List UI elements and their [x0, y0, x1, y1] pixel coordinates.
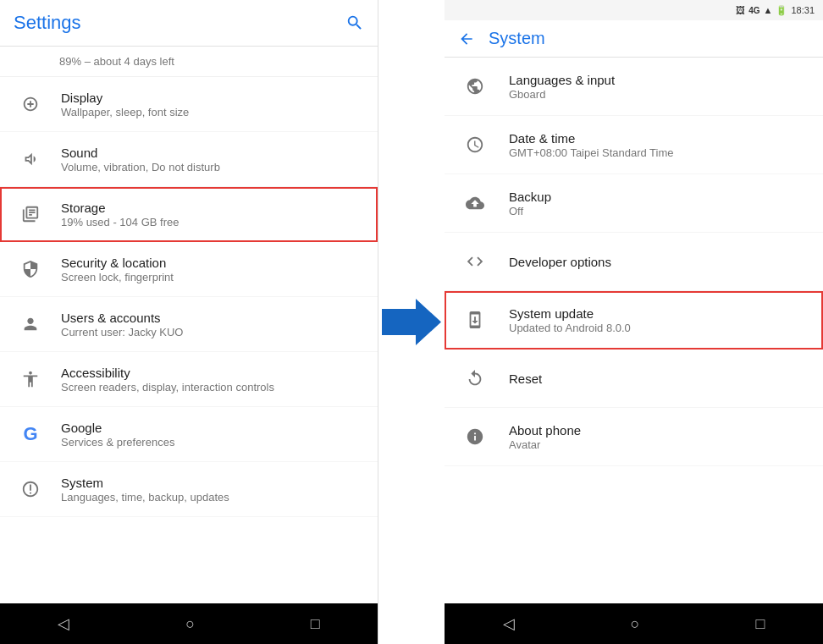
home-nav-left[interactable]: ○ — [185, 615, 195, 633]
sound-title: Sound — [61, 146, 220, 160]
display-subtitle: Wallpaper, sleep, font size — [61, 106, 189, 118]
system-update-text: System update Updated to Android 8.0.0 — [509, 306, 631, 334]
backup-text: Backup Off — [509, 190, 551, 217]
security-title: Security & location — [61, 256, 174, 270]
system-item-about[interactable]: About phone Avatar — [445, 408, 823, 466]
system-update-icon — [458, 303, 492, 337]
settings-list: 89% – about 4 days left Display Wallpape… — [0, 47, 378, 603]
battery-item: 89% – about 4 days left — [0, 47, 378, 77]
security-subtitle: Screen lock, fingerprint — [61, 271, 174, 283]
left-bottom-nav: ◁ ○ □ — [0, 603, 378, 644]
system-item-backup[interactable]: Backup Off — [445, 174, 823, 233]
clock-icon — [458, 128, 492, 162]
system-update-title: System update — [509, 306, 631, 321]
users-title: Users & accounts — [61, 311, 184, 325]
settings-item-system[interactable]: System Languages, time, backup, updates — [0, 462, 378, 517]
storage-text: Storage 19% used - 104 GB free — [61, 201, 179, 228]
settings-item-sound[interactable]: Sound Volume, vibration, Do not disturb — [0, 132, 378, 187]
right-arrow-icon — [382, 299, 441, 345]
accessibility-text: Accessibility Screen readers, display, i… — [61, 366, 274, 394]
security-icon — [14, 252, 47, 286]
signal-4g: 4G — [748, 6, 759, 15]
globe-icon — [458, 69, 492, 103]
system-icon — [14, 472, 47, 506]
google-title: Google — [61, 421, 174, 435]
wifi-icon: ▲ — [764, 5, 773, 15]
sound-text: Sound Volume, vibration, Do not disturb — [61, 146, 220, 173]
about-subtitle: Avatar — [509, 438, 581, 451]
search-button[interactable] — [345, 14, 364, 32]
cloud-icon — [458, 186, 492, 220]
storage-subtitle: 19% used - 104 GB free — [61, 216, 179, 228]
code-icon — [458, 245, 492, 278]
sound-icon — [14, 142, 47, 176]
time-display: 18:31 — [791, 5, 815, 15]
security-text: Security & location Screen lock, fingerp… — [61, 256, 174, 283]
arrow-container — [378, 0, 445, 644]
recents-nav-left[interactable]: □ — [311, 615, 320, 633]
settings-item-accessibility[interactable]: Accessibility Screen readers, display, i… — [0, 352, 378, 407]
backup-title: Backup — [509, 190, 551, 204]
system-item-datetime[interactable]: Date & time GMT+08:00 Taipei Standard Ti… — [445, 116, 823, 174]
accessibility-icon — [14, 362, 47, 396]
developer-text: Developer options — [509, 255, 611, 269]
system-subtitle: Languages, time, backup, updates — [61, 491, 229, 504]
back-nav-left[interactable]: ◁ — [58, 614, 69, 633]
sound-subtitle: Volume, vibration, Do not disturb — [61, 161, 220, 173]
settings-item-security[interactable]: Security & location Screen lock, fingerp… — [0, 242, 378, 297]
accessibility-subtitle: Screen readers, display, interaction con… — [61, 381, 274, 394]
storage-icon — [14, 197, 47, 231]
svg-marker-0 — [382, 299, 441, 345]
google-subtitle: Services & preferences — [61, 436, 174, 449]
system-list: Languages & input Gboard Date & time GMT… — [445, 58, 823, 603]
languages-text: Languages & input Gboard — [509, 73, 615, 101]
accessibility-title: Accessibility — [61, 366, 274, 380]
system-item-update[interactable]: System update Updated to Android 8.0.0 — [445, 291, 823, 350]
reset-text: Reset — [509, 372, 542, 386]
display-title: Display — [61, 91, 189, 105]
settings-item-display[interactable]: Display Wallpaper, sleep, font size — [0, 77, 378, 132]
users-subtitle: Current user: Jacky KUO — [61, 326, 184, 339]
status-icons: 🖼 4G ▲ 🔋 18:31 — [736, 5, 815, 16]
left-panel: Settings 89% – about 4 days left Display… — [0, 0, 378, 644]
photo-icon: 🖼 — [736, 5, 745, 15]
system-text: System Languages, time, backup, updates — [61, 476, 229, 504]
settings-title: Settings — [14, 12, 81, 34]
back-nav-right[interactable]: ◁ — [503, 614, 515, 633]
system-title: System — [61, 476, 229, 490]
right-header: System — [445, 20, 823, 58]
system-update-subtitle: Updated to Android 8.0.0 — [509, 322, 631, 334]
about-text: About phone Avatar — [509, 423, 581, 451]
languages-subtitle: Gboard — [509, 88, 615, 101]
system-item-developer[interactable]: Developer options — [445, 233, 823, 291]
datetime-subtitle: GMT+08:00 Taipei Standard Time — [509, 146, 674, 159]
system-item-languages[interactable]: Languages & input Gboard — [445, 58, 823, 116]
back-button[interactable] — [458, 30, 475, 47]
system-item-reset[interactable]: Reset — [445, 350, 823, 408]
info-icon — [458, 420, 492, 454]
storage-title: Storage — [61, 201, 179, 215]
datetime-title: Date & time — [509, 131, 674, 146]
developer-title: Developer options — [509, 255, 611, 269]
languages-title: Languages & input — [509, 73, 615, 87]
users-icon — [14, 307, 47, 341]
reset-icon — [458, 361, 492, 395]
right-panel: 🖼 4G ▲ 🔋 18:31 System Languages & input … — [445, 0, 823, 644]
users-text: Users & accounts Current user: Jacky KUO — [61, 311, 184, 339]
google-icon: G — [14, 417, 47, 451]
display-text: Display Wallpaper, sleep, font size — [61, 91, 189, 118]
display-icon — [14, 87, 47, 121]
settings-item-google[interactable]: G Google Services & preferences — [0, 407, 378, 462]
google-text: Google Services & preferences — [61, 421, 174, 449]
status-bar: 🖼 4G ▲ 🔋 18:31 — [445, 0, 823, 20]
battery-icon: 🔋 — [776, 5, 787, 16]
system-page-title: System — [489, 29, 545, 48]
settings-item-storage[interactable]: Storage 19% used - 104 GB free — [0, 187, 378, 242]
reset-title: Reset — [509, 372, 542, 386]
datetime-text: Date & time GMT+08:00 Taipei Standard Ti… — [509, 131, 674, 159]
home-nav-right[interactable]: ○ — [631, 615, 640, 633]
recents-nav-right[interactable]: □ — [756, 615, 765, 633]
settings-item-users[interactable]: Users & accounts Current user: Jacky KUO — [0, 297, 378, 352]
left-header: Settings — [0, 0, 378, 47]
about-title: About phone — [509, 423, 581, 438]
